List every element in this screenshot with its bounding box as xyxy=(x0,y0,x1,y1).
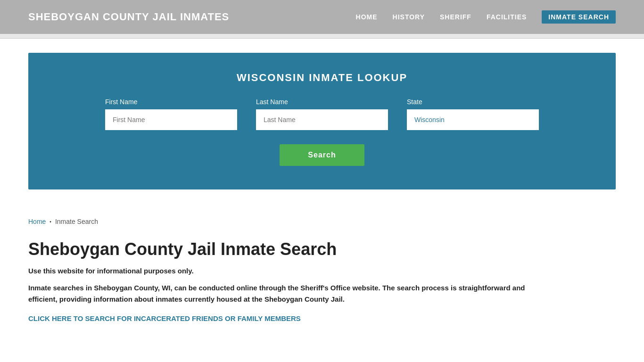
info-description: Inmate searches in Sheboygan County, WI,… xyxy=(28,282,547,305)
form-fields: First Name Last Name State Wisconsin xyxy=(57,98,587,130)
cta-link[interactable]: CLICK HERE to Search for Incarcerated Fr… xyxy=(28,314,301,322)
page-heading: Sheboygan County Jail Inmate Search xyxy=(28,239,616,259)
state-label: State xyxy=(407,98,539,106)
search-panel: WISCONSIN INMATE LOOKUP First Name Last … xyxy=(28,53,616,189)
first-name-group: First Name xyxy=(105,98,237,130)
nav-history[interactable]: HISTORY xyxy=(393,13,425,21)
nav-home[interactable]: HOME xyxy=(356,13,378,21)
nav-sheriff[interactable]: SHERIFF xyxy=(440,13,471,21)
main-nav: HOME HISTORY SHERIFF FACILITIES INMATE S… xyxy=(356,10,616,24)
main-content: Home • Inmate Search Sheboygan County Ja… xyxy=(0,204,644,342)
site-title: SHEBOYGAN COUNTY JAIL INMATES xyxy=(28,11,229,23)
sub-header-divider xyxy=(0,34,644,39)
nav-inmate-search[interactable]: INMATE SEARCH xyxy=(542,10,616,24)
search-panel-title: WISCONSIN INMATE LOOKUP xyxy=(57,72,587,84)
first-name-input[interactable] xyxy=(105,109,237,130)
search-form: First Name Last Name State Wisconsin Sea… xyxy=(57,98,587,166)
state-select[interactable]: Wisconsin xyxy=(407,109,539,130)
breadcrumb-current: Inmate Search xyxy=(55,218,98,225)
breadcrumb: Home • Inmate Search xyxy=(28,218,616,225)
last-name-input[interactable] xyxy=(256,109,388,130)
last-name-label: Last Name xyxy=(256,98,388,106)
site-header: SHEBOYGAN COUNTY JAIL INMATES HOME HISTO… xyxy=(0,0,644,34)
state-group: State Wisconsin xyxy=(407,98,539,130)
search-button[interactable]: Search xyxy=(280,144,364,166)
nav-facilities[interactable]: FACILITIES xyxy=(487,13,527,21)
breadcrumb-home-link[interactable]: Home xyxy=(28,218,46,225)
last-name-group: Last Name xyxy=(256,98,388,130)
info-tagline: Use this website for informational purpo… xyxy=(28,267,616,275)
breadcrumb-separator: • xyxy=(50,219,51,224)
first-name-label: First Name xyxy=(105,98,237,106)
